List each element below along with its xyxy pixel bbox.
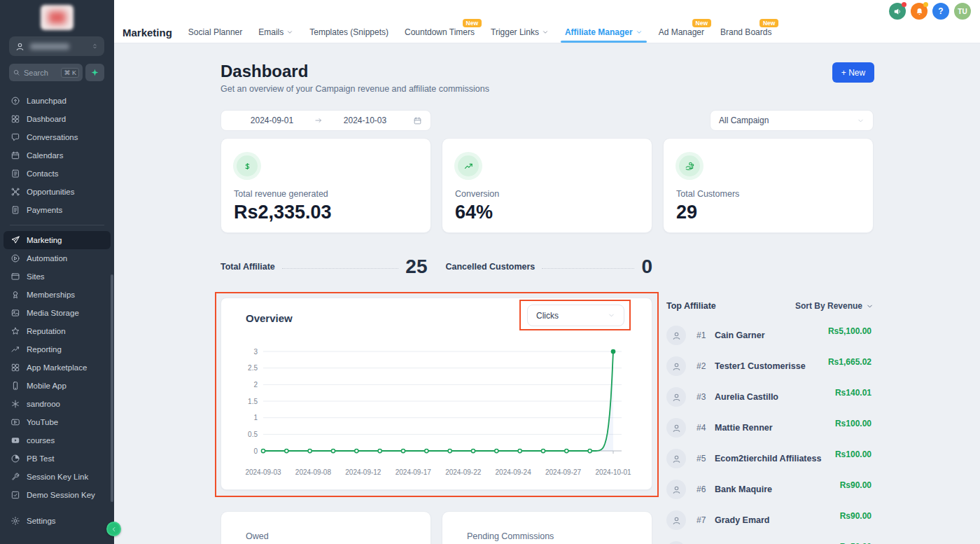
sidebar-collapse-button[interactable] <box>106 522 121 536</box>
summary-value: 0 <box>641 256 652 278</box>
sidebar-item-reporting[interactable]: Reporting <box>0 340 114 358</box>
sidebar-item-label: Reporting <box>27 345 62 354</box>
demo-session-key-icon <box>10 490 20 500</box>
sidebar-item-payments[interactable]: Payments <box>0 201 114 219</box>
sidebar-item-media-storage[interactable]: Media Storage <box>0 304 114 322</box>
sidebar-item-settings[interactable]: Settings <box>0 512 114 530</box>
affiliate-row[interactable]: #4 Mattie Renner Rs100.00 <box>666 414 874 445</box>
sidebar-item-calendars[interactable]: Calendars <box>0 146 114 165</box>
notification-dot <box>923 2 928 7</box>
tab-trigger-links[interactable]: Trigger Links <box>491 22 549 43</box>
new-button[interactable]: + New <box>832 62 874 83</box>
chevron-down-icon <box>866 302 874 310</box>
avatar-initials: TU <box>958 8 967 15</box>
affiliate-row[interactable]: #8 Rs50.00 <box>666 537 874 544</box>
spark-icon <box>90 68 99 77</box>
search-icon <box>13 69 20 76</box>
sidebar-item-demo-session-key[interactable]: Demo Session Key <box>0 486 114 504</box>
sidebar-item-app-marketplace[interactable]: App Marketplace <box>0 358 114 377</box>
affiliate-row[interactable]: #1 Cain Garner Rs5,100.00 <box>666 321 874 352</box>
campaign-select[interactable]: All Campaign <box>710 110 874 131</box>
tab-label: Affiliate Manager <box>565 27 633 37</box>
affiliate-name: Bank Maquire <box>715 484 772 494</box>
account-switcher[interactable] <box>9 36 104 56</box>
sidebar-item-pb-test[interactable]: PB Test <box>0 449 114 468</box>
search-input[interactable]: Search ⌘ K <box>9 64 83 81</box>
sidebar-item-automation[interactable]: Automation <box>0 249 114 267</box>
sidebar-item-dashboard[interactable]: Dashboard <box>0 110 114 128</box>
date-range-picker[interactable]: 2024-09-01 2024-10-03 <box>220 110 431 131</box>
metric-select[interactable]: Clicks <box>527 305 624 326</box>
svg-text:1.5: 1.5 <box>248 398 258 405</box>
arrow-right-icon <box>314 116 323 125</box>
sort-by-revenue-dropdown[interactable]: Sort By Revenue <box>795 301 874 311</box>
stat-icon-circle <box>458 155 479 176</box>
tab-label: Templates (Snippets) <box>309 27 388 37</box>
chevron-left-icon <box>111 526 118 533</box>
new-badge: New <box>692 19 711 27</box>
tab-brand-boards[interactable]: Brand Boards New <box>720 22 771 43</box>
sidebar-item-sandrooo[interactable]: sandrooo <box>0 395 114 413</box>
metric-select-value: Clicks <box>536 311 559 321</box>
sidebar-item-memberships[interactable]: Memberships <box>0 286 114 304</box>
tab-emails[interactable]: Emails <box>258 22 293 43</box>
ai-spark-button[interactable] <box>85 64 104 81</box>
svg-text:2024-09-12: 2024-09-12 <box>345 468 382 476</box>
youtube-icon <box>10 417 20 427</box>
sidebar-item-reputation[interactable]: Reputation <box>0 322 114 340</box>
svg-text:1: 1 <box>253 414 258 421</box>
announcements-button[interactable] <box>889 3 906 20</box>
sidebar-item-session-key-link[interactable]: Session Key Link <box>0 468 114 486</box>
tab-countdown-timers[interactable]: Countdown Timers New <box>405 22 475 43</box>
sidebar-item-youtube[interactable]: YouTube <box>0 413 114 431</box>
tab-templates-snippets[interactable]: Templates (Snippets) <box>309 22 388 43</box>
summary-row: Total Affiliate 25 Cancelled Customers 0 <box>220 256 652 278</box>
sidebar-item-courses[interactable]: courses <box>0 431 114 449</box>
affiliate-rank: #2 <box>696 361 706 371</box>
affiliate-avatar <box>666 541 686 544</box>
question-mark-icon: ? <box>938 6 943 16</box>
affiliate-amount: Rs90.00 <box>840 480 872 490</box>
tab-social-planner[interactable]: Social Planner <box>188 22 242 43</box>
stat-value: Rs2,335.03 <box>234 202 418 223</box>
sidebar-item-mobile-app[interactable]: Mobile App <box>0 377 114 395</box>
notifications-button[interactable] <box>911 3 927 20</box>
sidebar-item-contacts[interactable]: Contacts <box>0 165 114 183</box>
sidebar-item-label: sandrooo <box>27 400 60 408</box>
sidebar-item-marketing[interactable]: Marketing <box>4 231 111 249</box>
affiliate-name: Ecom2tierchild Affiliatess <box>715 454 821 463</box>
sidebar-item-launchpad[interactable]: Launchpad <box>0 92 114 110</box>
card-pending-commissions: Pending Commissions 80 <box>442 511 652 544</box>
affiliate-row[interactable]: #7 Grady Emard Rs90.00 <box>666 506 874 537</box>
svg-text:0.5: 0.5 <box>248 431 258 438</box>
affiliate-row[interactable]: #2 Tester1 Customerisse Rs1,665.02 <box>666 352 874 383</box>
sidebar-item-label: Calendars <box>27 151 63 160</box>
affiliate-rank: #1 <box>696 330 706 340</box>
tab-affiliate-manager[interactable]: Affiliate Manager <box>565 22 643 43</box>
sidebar-item-sites[interactable]: Sites <box>0 267 114 286</box>
affiliate-amount: Rs100.00 <box>835 419 872 428</box>
svg-text:2024-09-24: 2024-09-24 <box>496 468 532 476</box>
sidebar-scrollbar[interactable] <box>111 274 113 502</box>
affiliate-row[interactable]: #3 Aurelia Castillo Rs140.01 <box>666 383 874 414</box>
summary-label: Total Affiliate <box>220 262 275 272</box>
affiliate-rank: #3 <box>696 392 706 402</box>
affiliate-amount: Rs140.01 <box>835 388 872 398</box>
user-icon <box>671 423 682 433</box>
affiliate-row[interactable]: #6 Bank Maquire Rs90.00 <box>666 475 874 506</box>
sidebar-item-opportunities[interactable]: Opportunities <box>0 183 114 201</box>
sidebar-divider <box>10 225 104 225</box>
tab-ad-manager[interactable]: Ad Manager New <box>659 22 704 43</box>
tab-label: Ad Manager <box>659 27 704 37</box>
affiliate-row[interactable]: #5 Ecom2tierchild Affiliatess Rs100.00 <box>666 445 874 475</box>
help-button[interactable]: ? <box>932 3 949 20</box>
avatar[interactable]: TU <box>954 3 971 20</box>
megaphone-icon <box>893 7 902 16</box>
affiliate-amount: Rs100.00 <box>835 449 872 459</box>
sidebar-item-label: Demo Session Key <box>27 491 95 499</box>
tab-label: Trigger Links <box>491 27 539 37</box>
sidebar-item-label: Payments <box>27 206 62 214</box>
affiliate-avatar <box>666 326 686 345</box>
sidebar-item-conversations[interactable]: Conversations <box>0 128 114 146</box>
sidebar-item-label: Memberships <box>27 291 75 299</box>
